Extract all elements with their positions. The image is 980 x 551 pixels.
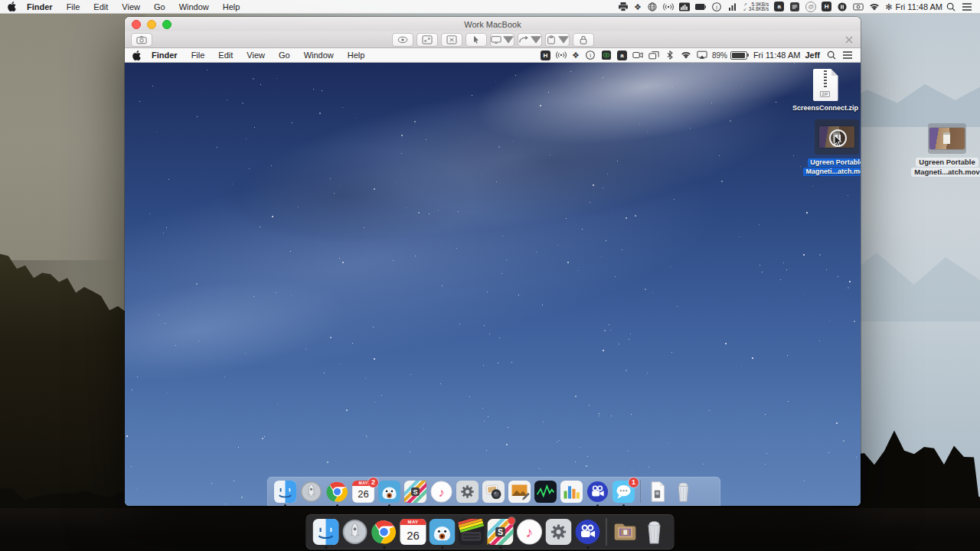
eye-box-icon[interactable] — [601, 51, 612, 60]
dock-item-launchpad[interactable] — [342, 519, 368, 545]
remote-spotlight-icon[interactable] — [826, 51, 837, 60]
dock-item-finder[interactable] — [274, 481, 296, 503]
menu-item-window[interactable]: Window — [172, 2, 216, 11]
menu-item-edit[interactable]: Edit — [87, 2, 115, 11]
snippets-icon[interactable] — [789, 2, 800, 11]
broadcast-icon[interactable] — [556, 51, 567, 60]
gestures-menu-button[interactable] — [518, 33, 542, 47]
dock-item-system-preferences[interactable] — [546, 519, 572, 545]
printer-icon[interactable] — [618, 2, 629, 11]
a-box-icon[interactable]: a — [617, 51, 627, 60]
actual-size-button[interactable] — [441, 33, 462, 47]
fit-screen-button[interactable] — [416, 33, 438, 47]
trash-app-icon — [672, 481, 694, 503]
menu-item-view[interactable]: View — [115, 2, 147, 11]
dock-item-document[interactable] — [646, 481, 668, 503]
broadcast-icon[interactable] — [663, 2, 674, 11]
dock-item-finalcut[interactable] — [459, 519, 485, 545]
dock-item-launchpad[interactable] — [300, 481, 322, 503]
dock-item-chrome[interactable] — [371, 519, 397, 545]
hazel-icon[interactable]: H — [541, 51, 550, 60]
itunes-app-icon: ♪ — [430, 481, 452, 503]
info-icon[interactable]: i — [585, 51, 596, 60]
fast-user-switch[interactable]: Jeff — [803, 51, 822, 60]
menu-item-help[interactable]: Help — [341, 51, 372, 60]
host-desktop-icon-movie[interactable]: Ugreen Portable Magneti...atch.mov — [905, 123, 980, 177]
dock-item-screenflow[interactable] — [586, 481, 609, 503]
menu-item-help[interactable]: Help — [216, 2, 247, 11]
host-app-name[interactable]: Finder — [20, 2, 60, 11]
dock-item-calendar[interactable]: MAY262 — [352, 481, 374, 503]
dropbox-icon[interactable]: ❖ — [634, 2, 642, 11]
menu-item-go[interactable]: Go — [272, 51, 297, 60]
clipboard-menu-button[interactable] — [545, 33, 570, 47]
activity-monitor-app-icon — [534, 481, 557, 503]
mirror-icon[interactable] — [648, 51, 659, 60]
close-session-icon[interactable] — [845, 33, 853, 47]
notification-center-icon[interactable] — [962, 2, 972, 11]
remote-app-name[interactable]: Finder — [145, 51, 185, 60]
desktop-icon-movie-selected[interactable]: Ugreen Portable Magneti...atch.mov — [791, 119, 861, 176]
menu-item-file[interactable]: File — [185, 51, 212, 60]
globe-icon[interactable] — [647, 2, 658, 11]
dock-item-tweetbot[interactable] — [378, 481, 400, 503]
tweetbot-app-icon — [430, 519, 456, 545]
window-title-bar[interactable]: Work MacBook — [125, 17, 861, 31]
screen-record-icon[interactable] — [853, 2, 864, 11]
wifi-icon[interactable] — [681, 51, 691, 60]
dock-item-messages[interactable]: 1 — [612, 481, 635, 503]
observe-mode-button[interactable] — [392, 33, 413, 47]
dock-item-activity-monitor[interactable] — [534, 481, 557, 503]
lock-button[interactable] — [573, 33, 594, 47]
hazel-icon[interactable]: H — [822, 2, 831, 11]
desktop-icon-zip[interactable]: ZIP ScreensConnect.zip — [790, 69, 861, 112]
remote-apple-menu-icon[interactable] — [132, 51, 142, 60]
one-password-icon[interactable]: a — [774, 2, 784, 11]
remote-menus: FileEditViewGoWindowHelp — [185, 51, 372, 60]
dock-item-itunes[interactable]: ♪ — [517, 519, 543, 545]
dock-item-slack[interactable]: S — [488, 519, 514, 545]
cursor-mode-button[interactable] — [466, 33, 487, 47]
menu-item-window[interactable]: Window — [297, 51, 341, 60]
bluetooth-icon[interactable] — [665, 51, 675, 60]
remote-menu-clock[interactable]: Fri 11:48 AM — [750, 51, 804, 60]
network-speed-indicator[interactable]: ↗↙ 5.9KB/s 34.8KB/s — [743, 2, 769, 11]
wifi-icon[interactable] — [869, 2, 880, 11]
apple-menu-icon[interactable] — [8, 2, 17, 11]
dock-item-downloads[interactable] — [612, 519, 639, 545]
dock-item-preview[interactable] — [482, 481, 505, 503]
disk-meter-icon[interactable] — [727, 2, 738, 11]
menu-item-edit[interactable]: Edit — [211, 51, 240, 60]
menu-item-go[interactable]: Go — [147, 2, 172, 11]
keyboard-battery-icon[interactable] — [695, 2, 706, 11]
at-sign-icon[interactable]: @ — [805, 2, 816, 12]
running-indicator — [596, 504, 599, 507]
host-menu-clock[interactable]: Fri 11:48 AM — [892, 2, 946, 11]
battery-icon[interactable] — [730, 51, 747, 60]
spotlight-icon[interactable] — [946, 2, 956, 11]
fan-icon[interactable]: ✻ — [885, 2, 892, 11]
document-app-icon — [646, 481, 668, 503]
airplay-icon[interactable] — [697, 51, 707, 60]
dropbox-icon[interactable]: ❖ — [572, 51, 580, 60]
dock-item-system-preferences[interactable] — [456, 481, 479, 503]
menu-item-view[interactable]: View — [240, 51, 272, 60]
dock-item-chrome[interactable] — [326, 481, 348, 503]
dock-item-finder[interactable] — [313, 519, 339, 545]
dock-item-photo-editor[interactable] — [508, 481, 531, 503]
dock-item-tweetbot[interactable] — [430, 519, 456, 545]
dock-item-itunes[interactable]: ♪ — [430, 481, 452, 503]
dock-item-slack[interactable]: S — [404, 481, 426, 503]
display-menu-button[interactable] — [490, 33, 514, 47]
dock-item-numbers[interactable] — [560, 481, 583, 503]
dock-item-trash[interactable] — [642, 519, 668, 545]
videocam-icon[interactable] — [632, 51, 643, 60]
pause-icon[interactable] — [837, 2, 848, 11]
menu-item-file[interactable]: File — [60, 2, 87, 11]
cpu-meter-icon[interactable] — [679, 2, 690, 11]
info-icon[interactable]: i — [711, 2, 722, 11]
dock-item-screenflow[interactable] — [575, 519, 601, 545]
dock-item-calendar[interactable]: MAY26 — [400, 519, 426, 545]
remote-notification-center-icon[interactable] — [842, 51, 853, 60]
dock-item-trash[interactable] — [672, 481, 694, 503]
